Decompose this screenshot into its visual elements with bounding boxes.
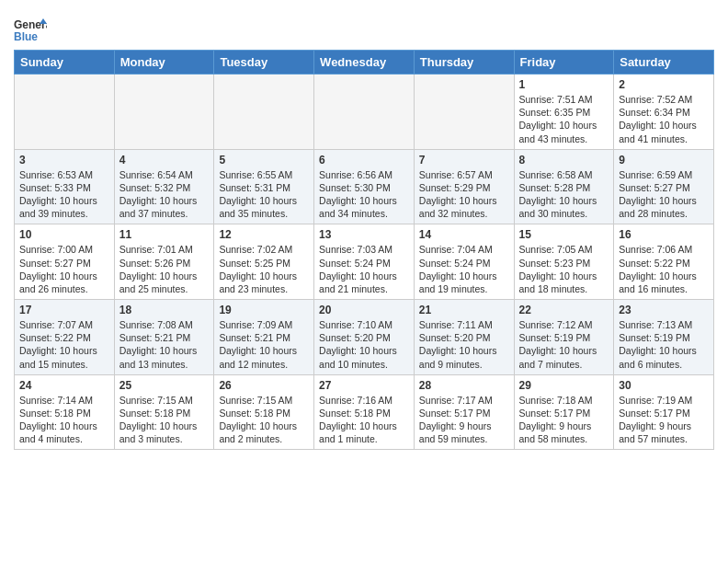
day-number: 12 [219,228,309,241]
calendar-day-cell: 3Sunrise: 6:53 AM Sunset: 5:33 PM Daylig… [15,149,115,224]
day-info: Sunrise: 7:03 AM Sunset: 5:24 PM Dayligh… [319,244,397,294]
calendar-day-cell: 5Sunrise: 6:55 AM Sunset: 5:31 PM Daylig… [214,149,314,224]
day-info: Sunrise: 7:51 AM Sunset: 6:35 PM Dayligh… [519,94,597,144]
day-info: Sunrise: 7:11 AM Sunset: 5:20 PM Dayligh… [419,319,497,370]
day-number: 17 [19,304,109,316]
day-info: Sunrise: 7:02 AM Sunset: 5:25 PM Dayligh… [219,244,297,294]
day-info: Sunrise: 7:00 AM Sunset: 5:27 PM Dayligh… [19,244,97,294]
day-info: Sunrise: 7:05 AM Sunset: 5:23 PM Dayligh… [519,244,597,294]
calendar-day-cell [214,75,314,150]
day-number: 16 [619,228,709,241]
day-number: 27 [319,379,409,392]
day-info: Sunrise: 6:56 AM Sunset: 5:30 PM Dayligh… [319,169,397,220]
calendar-day-cell: 6Sunrise: 6:56 AM Sunset: 5:30 PM Daylig… [314,149,415,224]
calendar-day-cell: 11Sunrise: 7:01 AM Sunset: 5:26 PM Dayli… [114,224,214,300]
day-number: 1 [519,78,609,91]
calendar-day-cell: 21Sunrise: 7:11 AM Sunset: 5:20 PM Dayli… [414,300,514,375]
calendar-day-cell: 2Sunrise: 7:52 AM Sunset: 6:34 PM Daylig… [614,75,714,150]
day-info: Sunrise: 6:59 AM Sunset: 5:27 PM Dayligh… [619,169,697,220]
day-info: Sunrise: 7:08 AM Sunset: 5:21 PM Dayligh… [119,319,198,370]
day-number: 7 [419,154,509,167]
calendar-week-row: 10Sunrise: 7:00 AM Sunset: 5:27 PM Dayli… [15,224,714,300]
day-info: Sunrise: 6:53 AM Sunset: 5:33 PM Dayligh… [19,169,97,220]
day-number: 11 [119,228,210,241]
day-info: Sunrise: 7:14 AM Sunset: 5:18 PM Dayligh… [19,395,97,445]
day-number: 14 [419,228,509,241]
day-number: 13 [319,228,409,241]
day-info: Sunrise: 7:12 AM Sunset: 5:19 PM Dayligh… [519,319,597,370]
calendar-day-cell: 28Sunrise: 7:17 AM Sunset: 5:17 PM Dayli… [414,374,514,450]
day-info: Sunrise: 7:18 AM Sunset: 5:17 PM Dayligh… [519,395,593,445]
calendar-day-cell: 15Sunrise: 7:05 AM Sunset: 5:23 PM Dayli… [514,224,614,300]
day-info: Sunrise: 6:55 AM Sunset: 5:31 PM Dayligh… [219,169,297,220]
calendar-week-row: 1Sunrise: 7:51 AM Sunset: 6:35 PM Daylig… [15,75,714,150]
day-info: Sunrise: 7:07 AM Sunset: 5:22 PM Dayligh… [19,319,97,370]
weekday-header-monday: Monday [114,51,214,75]
calendar-day-cell: 30Sunrise: 7:19 AM Sunset: 5:17 PM Dayli… [614,374,714,450]
weekday-header-wednesday: Wednesday [314,51,415,75]
day-number: 6 [319,154,409,167]
day-number: 4 [119,154,210,167]
day-info: Sunrise: 7:13 AM Sunset: 5:19 PM Dayligh… [619,319,697,370]
day-number: 30 [619,379,709,392]
day-number: 21 [419,304,509,316]
calendar-day-cell: 18Sunrise: 7:08 AM Sunset: 5:21 PM Dayli… [114,300,214,375]
day-info: Sunrise: 7:06 AM Sunset: 5:22 PM Dayligh… [619,244,697,294]
weekday-header-friday: Friday [514,51,614,75]
weekday-header-sunday: Sunday [15,51,115,75]
calendar-day-cell: 27Sunrise: 7:16 AM Sunset: 5:18 PM Dayli… [314,374,415,450]
logo: General Blue [14,17,47,44]
day-info: Sunrise: 7:01 AM Sunset: 5:26 PM Dayligh… [119,244,198,294]
calendar-day-cell: 7Sunrise: 6:57 AM Sunset: 5:29 PM Daylig… [414,149,514,224]
calendar-day-cell: 9Sunrise: 6:59 AM Sunset: 5:27 PM Daylig… [614,149,714,224]
day-number: 15 [519,228,609,241]
calendar-day-cell [15,75,115,150]
day-number: 8 [519,154,609,167]
calendar-day-cell [414,75,514,150]
calendar-day-cell: 19Sunrise: 7:09 AM Sunset: 5:21 PM Dayli… [214,300,314,375]
day-number: 3 [19,154,109,167]
day-info: Sunrise: 7:17 AM Sunset: 5:17 PM Dayligh… [419,395,493,445]
day-info: Sunrise: 7:09 AM Sunset: 5:21 PM Dayligh… [219,319,297,370]
calendar-day-cell: 23Sunrise: 7:13 AM Sunset: 5:19 PM Dayli… [614,300,714,375]
calendar-day-cell: 8Sunrise: 6:58 AM Sunset: 5:28 PM Daylig… [514,149,614,224]
day-info: Sunrise: 7:10 AM Sunset: 5:20 PM Dayligh… [319,319,397,370]
day-number: 29 [519,379,609,392]
calendar-day-cell: 12Sunrise: 7:02 AM Sunset: 5:25 PM Dayli… [214,224,314,300]
calendar-day-cell: 1Sunrise: 7:51 AM Sunset: 6:35 PM Daylig… [514,75,614,150]
calendar-day-cell: 16Sunrise: 7:06 AM Sunset: 5:22 PM Dayli… [614,224,714,300]
day-info: Sunrise: 7:19 AM Sunset: 5:17 PM Dayligh… [619,395,692,445]
day-number: 19 [219,304,309,316]
logo-icon: General Blue [14,17,47,44]
calendar-day-cell: 29Sunrise: 7:18 AM Sunset: 5:17 PM Dayli… [514,374,614,450]
calendar-week-row: 24Sunrise: 7:14 AM Sunset: 5:18 PM Dayli… [15,374,714,450]
calendar-day-cell: 26Sunrise: 7:15 AM Sunset: 5:18 PM Dayli… [214,374,314,450]
calendar-week-row: 17Sunrise: 7:07 AM Sunset: 5:22 PM Dayli… [15,300,714,375]
day-info: Sunrise: 7:52 AM Sunset: 6:34 PM Dayligh… [619,94,697,144]
day-number: 9 [619,154,709,167]
day-number: 22 [519,304,609,316]
day-info: Sunrise: 6:57 AM Sunset: 5:29 PM Dayligh… [419,169,497,220]
calendar-day-cell: 25Sunrise: 7:15 AM Sunset: 5:18 PM Dayli… [114,374,214,450]
calendar-day-cell: 4Sunrise: 6:54 AM Sunset: 5:32 PM Daylig… [114,149,214,224]
day-info: Sunrise: 7:15 AM Sunset: 5:18 PM Dayligh… [219,395,297,445]
day-number: 20 [319,304,409,316]
calendar-week-row: 3Sunrise: 6:53 AM Sunset: 5:33 PM Daylig… [15,149,714,224]
day-info: Sunrise: 7:15 AM Sunset: 5:18 PM Dayligh… [119,395,198,445]
day-number: 10 [19,228,109,241]
weekday-header-row: SundayMondayTuesdayWednesdayThursdayFrid… [15,51,714,75]
day-info: Sunrise: 7:16 AM Sunset: 5:18 PM Dayligh… [319,395,397,445]
calendar-day-cell: 14Sunrise: 7:04 AM Sunset: 5:24 PM Dayli… [414,224,514,300]
calendar-day-cell: 24Sunrise: 7:14 AM Sunset: 5:18 PM Dayli… [15,374,115,450]
calendar-day-cell [114,75,214,150]
day-number: 18 [119,304,210,316]
day-number: 5 [219,154,309,167]
day-number: 2 [619,78,709,91]
day-number: 26 [219,379,309,392]
day-number: 25 [119,379,210,392]
weekday-header-saturday: Saturday [614,51,714,75]
svg-text:Blue: Blue [14,30,38,43]
page-header: General Blue [14,9,714,44]
weekday-header-tuesday: Tuesday [214,51,314,75]
calendar-table: SundayMondayTuesdayWednesdayThursdayFrid… [14,50,714,450]
